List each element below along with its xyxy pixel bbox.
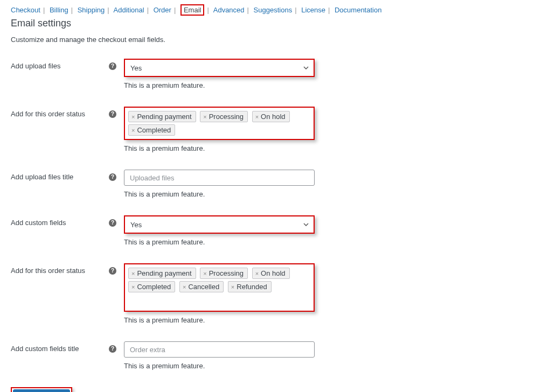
premium-note: This is a premium feature. <box>124 238 315 246</box>
add-upload-files-select[interactable]: Yes <box>125 60 314 76</box>
tag-item[interactable]: ×Pending payment <box>128 111 196 122</box>
help-icon[interactable]: ? <box>109 62 116 70</box>
tab-order[interactable]: Order <box>154 6 171 14</box>
order-status-1-tagbox[interactable]: ×Pending payment ×Processing ×On hold ×C… <box>124 107 315 140</box>
help-icon[interactable]: ? <box>109 345 116 353</box>
add-custom-fields-label: Add custom fields <box>11 219 109 227</box>
help-icon[interactable]: ? <box>109 173 116 181</box>
close-icon[interactable]: × <box>231 284 234 290</box>
tab-checkout[interactable]: Checkout <box>11 6 40 14</box>
close-icon[interactable]: × <box>131 127 135 134</box>
tab-additional[interactable]: Additional <box>114 6 144 14</box>
tag-item[interactable]: ×Completed <box>128 281 175 292</box>
tag-item[interactable]: ×Completed <box>128 124 175 136</box>
close-icon[interactable]: × <box>131 284 135 290</box>
add-custom-fields-select[interactable]: Yes <box>125 216 314 233</box>
settings-subnav: Checkout| Billing| Shipping| Additional|… <box>11 4 538 16</box>
premium-note: This is a premium feature. <box>124 316 315 324</box>
tag-item[interactable]: ×Processing <box>200 111 248 122</box>
close-icon[interactable]: × <box>183 284 186 290</box>
tab-email[interactable]: Email <box>184 6 201 14</box>
tab-advanced[interactable]: Advanced <box>213 6 245 14</box>
add-upload-files-label: Add upload files <box>11 62 109 70</box>
close-icon[interactable]: × <box>131 270 135 277</box>
upload-title-input[interactable] <box>124 170 315 186</box>
tag-item[interactable]: ×On hold <box>252 268 290 279</box>
save-changes-button[interactable]: Save changes <box>13 389 70 392</box>
tag-item[interactable]: ×On hold <box>252 111 290 122</box>
order-status-1-label: Add for this order status <box>11 110 109 118</box>
close-icon[interactable]: × <box>203 114 206 120</box>
custom-title-label: Add custom fields title <box>11 345 109 353</box>
close-icon[interactable]: × <box>255 114 259 120</box>
order-status-2-tagbox[interactable]: ×Pending payment ×Processing ×On hold ×C… <box>124 263 315 312</box>
help-icon[interactable]: ? <box>109 267 116 275</box>
help-icon[interactable]: ? <box>109 110 116 118</box>
premium-note: This is a premium feature. <box>124 190 315 198</box>
custom-title-input[interactable] <box>124 341 315 358</box>
premium-note: This is a premium feature. <box>124 81 315 89</box>
tag-item[interactable]: ×Pending payment <box>128 268 196 279</box>
help-icon[interactable]: ? <box>109 219 116 227</box>
close-icon[interactable]: × <box>255 270 259 277</box>
close-icon[interactable]: × <box>131 114 135 120</box>
tab-shipping[interactable]: Shipping <box>78 6 105 14</box>
close-icon[interactable]: × <box>203 270 206 277</box>
tab-license[interactable]: License <box>301 6 325 14</box>
page-title: Email settings <box>11 18 538 29</box>
premium-note: This is a premium feature. <box>124 362 315 370</box>
premium-note: This is a premium feature. <box>124 144 315 152</box>
page-subtitle: Customize and manage the checkout email … <box>11 36 538 44</box>
upload-title-label: Add upload files title <box>11 173 109 181</box>
tag-item[interactable]: ×Processing <box>200 268 248 279</box>
tab-suggestions[interactable]: Suggestions <box>254 6 293 14</box>
order-status-2-label: Add for this order status <box>11 267 109 275</box>
tab-documentation[interactable]: Documentation <box>335 6 381 14</box>
tab-billing[interactable]: Billing <box>50 6 68 14</box>
tag-item[interactable]: ×Cancelled <box>179 281 224 292</box>
tag-item[interactable]: ×Refunded <box>228 281 272 292</box>
